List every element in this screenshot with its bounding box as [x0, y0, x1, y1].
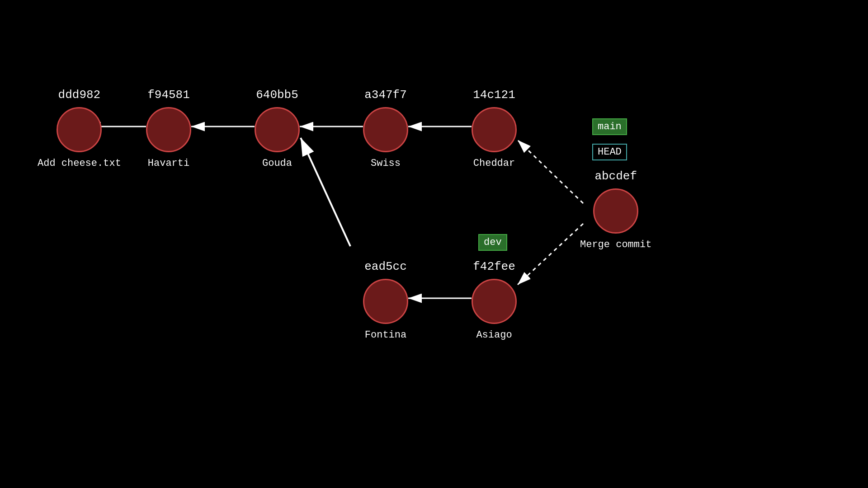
badge-head: HEAD [592, 144, 627, 160]
commit-hash-abcdef: abcdef [594, 169, 637, 183]
commit-label-a347f7: Swiss [371, 158, 401, 169]
arrows-svg [0, 0, 868, 488]
commit-f42fee: f42fee Asiago [472, 260, 517, 341]
arrow-merge-to-14c121 [518, 140, 583, 203]
commit-hash-14c121: 14c121 [473, 88, 515, 102]
commit-hash-f42fee: f42fee [473, 260, 515, 273]
commit-a347f7: a347f7 Swiss [363, 88, 408, 169]
commit-hash-ead5cc: ead5cc [364, 260, 407, 273]
badge-dev: dev [478, 234, 507, 251]
commit-hash-f94581: f94581 [147, 88, 190, 102]
commit-hash-640bb5: 640bb5 [256, 88, 298, 102]
commit-f94581: f94581 Havarti [146, 88, 191, 169]
arrow-merge-to-f42fee [518, 224, 583, 285]
commit-circle-14c121 [472, 107, 517, 152]
commit-circle-640bb5 [255, 107, 300, 152]
commit-circle-f94581 [146, 107, 191, 152]
commit-label-14c121: Cheddar [473, 158, 515, 169]
commit-label-f42fee: Asiago [476, 329, 512, 341]
commit-hash-a347f7: a347f7 [364, 88, 407, 102]
git-graph-canvas: ddd982 Add cheese.txt f94581 Havarti 640… [0, 0, 868, 488]
commit-circle-f42fee [472, 279, 517, 324]
commit-label-f94581: Havarti [148, 158, 189, 169]
commit-640bb5: 640bb5 Gouda [255, 88, 300, 169]
badge-main: main [592, 118, 627, 135]
commit-circle-a347f7 [363, 107, 408, 152]
commit-label-ddd982: Add cheese.txt [38, 158, 121, 169]
commit-abcdef: abcdef Merge commit [580, 169, 651, 250]
commit-label-640bb5: Gouda [262, 158, 292, 169]
commit-14c121: 14c121 Cheddar [472, 88, 517, 169]
commit-circle-abcdef [593, 188, 638, 234]
arrow-branch-origin [301, 138, 350, 246]
commit-label-abcdef: Merge commit [580, 239, 651, 250]
commit-label-ead5cc: Fontina [365, 329, 406, 341]
commit-hash-ddd982: ddd982 [58, 88, 101, 102]
commit-circle-ddd982 [57, 107, 102, 152]
commit-circle-ead5cc [363, 279, 408, 324]
commit-ddd982: ddd982 Add cheese.txt [38, 88, 121, 169]
commit-ead5cc: ead5cc Fontina [363, 260, 408, 341]
